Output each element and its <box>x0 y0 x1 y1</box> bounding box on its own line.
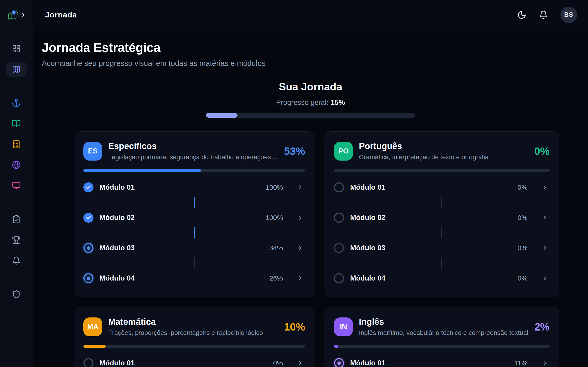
sidebar-divider <box>8 204 25 204</box>
module-connector <box>441 227 442 239</box>
moon-icon <box>517 10 527 19</box>
topbar: Jornada BS <box>33 0 588 30</box>
subject-progress-fill <box>83 345 106 348</box>
chevron-right-icon <box>297 275 304 282</box>
module-row[interactable]: Módulo 01 0% <box>334 178 549 197</box>
clipboard-check-icon <box>12 215 21 224</box>
sidebar-divider <box>8 279 25 279</box>
map-pin-logo <box>7 9 19 21</box>
module-percent: 34% <box>269 244 283 252</box>
subject-percent: 53% <box>284 145 305 157</box>
sidebar-item-clipboard-check[interactable] <box>6 212 27 227</box>
module-percent: 0% <box>518 184 527 191</box>
sidebar-item-calculator[interactable] <box>6 137 27 152</box>
sidebar-item-layout-dashboard[interactable] <box>6 41 27 56</box>
avatar[interactable]: BS <box>561 7 577 23</box>
globe-icon <box>12 161 21 169</box>
chevron-right-icon <box>541 360 548 367</box>
module-row[interactable]: Módulo 02 100% <box>83 208 305 227</box>
module-connector <box>194 197 195 208</box>
notifications-button[interactable] <box>539 10 548 19</box>
module-label: Módulo 01 <box>99 359 135 367</box>
shield-icon <box>12 290 21 299</box>
subject-description: Frações, proporções, porcentagens e raci… <box>108 329 263 336</box>
module-status-icon <box>83 273 94 283</box>
sidebar-logo <box>0 0 33 30</box>
overall-progress-label: Progresso geral: <box>276 98 328 106</box>
sidebar-item-globe[interactable] <box>6 158 27 172</box>
chevron-right-icon <box>297 360 304 367</box>
book-open-icon <box>12 119 21 128</box>
overall-progress-value: 15% <box>331 98 345 106</box>
sidebar-item-bell[interactable] <box>6 253 27 268</box>
bell-icon <box>539 10 548 19</box>
subject-badge: IN <box>334 317 353 336</box>
module-status-icon <box>83 182 94 192</box>
sidebar-item-shield[interactable] <box>6 287 27 302</box>
journey-section: Sua Jornada Progresso geral:15% ES Espec… <box>74 81 547 367</box>
bell-icon <box>12 256 21 265</box>
module-label: Módulo 01 <box>99 183 135 192</box>
page-subtitle: Acompanhe seu progresso visual em todas … <box>42 59 588 68</box>
overall-progress-bar <box>206 113 415 118</box>
subject-percent: 0% <box>534 145 549 157</box>
overall-progress-fill <box>206 113 237 118</box>
module-row[interactable]: Módulo 01 0% <box>83 354 305 367</box>
module-status-icon <box>334 273 344 283</box>
module-label: Módulo 03 <box>350 244 385 252</box>
module-list: Módulo 01 11% <box>334 354 549 367</box>
module-row[interactable]: Módulo 04 26% <box>83 269 305 288</box>
module-list: Módulo 01 0% Módulo 02 0% Módulo 03 0% M… <box>334 178 549 288</box>
module-list: Módulo 01 100% Módulo 02 100% Módulo 03 … <box>83 178 305 288</box>
sidebar-item-monitor[interactable] <box>6 178 27 193</box>
module-label: Módulo 04 <box>99 274 135 282</box>
sidebar-item-book-open[interactable] <box>6 116 27 131</box>
subject-progress-bar <box>83 345 305 348</box>
subject-progress-fill <box>83 169 201 172</box>
sidebar-expand-button[interactable] <box>20 12 26 18</box>
module-row[interactable]: Módulo 04 0% <box>334 269 549 288</box>
subject-card-header: PO Português Gramática, interpretação de… <box>334 141 549 161</box>
monitor-icon <box>12 181 21 190</box>
sidebar-item-map[interactable] <box>6 62 27 77</box>
module-row[interactable]: Módulo 01 11% <box>334 354 549 367</box>
chevron-right-icon <box>297 214 304 221</box>
subject-percent: 10% <box>284 321 305 333</box>
chevron-right-icon <box>297 184 304 191</box>
subject-badge: MA <box>83 317 102 336</box>
module-label: Módulo 02 <box>99 214 135 222</box>
chevron-right-icon <box>297 244 304 251</box>
chevron-right-icon <box>541 275 548 282</box>
subject-progress-bar <box>334 169 549 172</box>
module-row[interactable]: Módulo 03 34% <box>83 239 305 257</box>
subject-progress-bar <box>83 169 305 172</box>
subject-percent: 2% <box>534 321 549 333</box>
layout-dashboard-icon <box>12 44 21 53</box>
sidebar-item-anchor[interactable] <box>6 96 27 110</box>
theme-toggle-button[interactable] <box>517 10 527 19</box>
sidebar-item-trophy[interactable] <box>6 233 27 247</box>
chevron-right-icon <box>541 214 548 221</box>
subjects-grid: ES Específicos Legislação portuária, seg… <box>74 131 547 367</box>
subject-card-header: MA Matemática Frações, proporções, porce… <box>83 317 305 336</box>
trophy-icon <box>12 236 21 244</box>
subject-badge: PO <box>334 142 353 161</box>
subject-progress-bar <box>334 345 549 348</box>
module-label: Módulo 01 <box>350 359 385 367</box>
module-label: Módulo 01 <box>350 183 385 192</box>
module-percent: 0% <box>273 359 283 367</box>
module-list: Módulo 01 0% <box>83 354 305 367</box>
module-percent: 0% <box>518 274 527 282</box>
chevron-right-icon <box>541 244 548 251</box>
module-row[interactable]: Módulo 03 0% <box>334 239 549 257</box>
sidebar <box>0 0 33 367</box>
sidebar-divider <box>8 88 25 88</box>
module-row[interactable]: Módulo 02 0% <box>334 208 549 227</box>
module-connector <box>194 257 195 269</box>
subject-badge: ES <box>83 142 102 161</box>
anchor-icon <box>12 99 21 107</box>
module-connector <box>441 197 442 208</box>
module-percent: 0% <box>518 244 527 252</box>
module-row[interactable]: Módulo 01 100% <box>83 178 305 197</box>
module-percent: 100% <box>266 184 283 191</box>
